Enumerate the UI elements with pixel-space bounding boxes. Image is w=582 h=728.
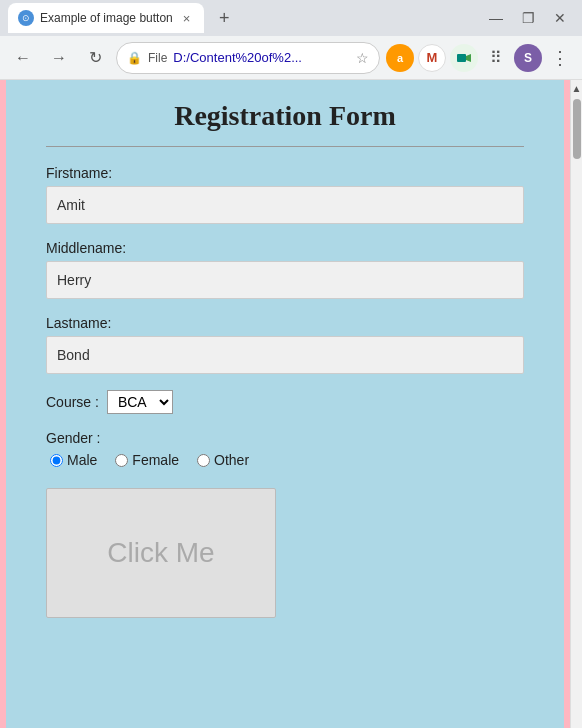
image-button-label: Click Me: [107, 537, 214, 569]
tab-close-button[interactable]: ×: [179, 9, 195, 28]
meet-icon[interactable]: [450, 44, 478, 72]
maximize-button[interactable]: ❐: [514, 4, 542, 32]
refresh-button[interactable]: ↻: [80, 43, 110, 73]
form-divider: [46, 146, 524, 147]
tab-favicon: ⊙: [18, 10, 34, 26]
url-text: D:/Content%20of%2...: [173, 50, 350, 65]
lastname-input[interactable]: [46, 336, 524, 374]
scroll-up-arrow[interactable]: ▲: [569, 80, 582, 97]
image-button[interactable]: Click Me: [46, 488, 276, 618]
svg-marker-1: [466, 54, 471, 62]
middlename-field: Middlename:: [46, 240, 524, 299]
gender-female-option[interactable]: Female: [115, 452, 179, 468]
file-label: File: [148, 51, 167, 65]
page-title: Registration Form: [46, 100, 524, 132]
bookmark-icon[interactable]: ☆: [356, 50, 369, 66]
google-apps-icon[interactable]: ⠿: [482, 44, 510, 72]
course-label: Course :: [46, 394, 99, 410]
amazon-icon[interactable]: a: [386, 44, 414, 72]
gender-options: Male Female Other: [46, 452, 524, 468]
lastname-label: Lastname:: [46, 315, 524, 331]
firstname-label: Firstname:: [46, 165, 524, 181]
close-button[interactable]: ✕: [546, 4, 574, 32]
browser-tab[interactable]: ⊙ Example of image button ×: [8, 3, 204, 33]
new-tab-button[interactable]: +: [210, 4, 238, 32]
toolbar-icons: a M ⠿ S ⋮: [386, 44, 574, 72]
back-button[interactable]: ←: [8, 43, 38, 73]
profile-icon[interactable]: S: [514, 44, 542, 72]
browser-toolbar: ← → ↻ 🔒 File D:/Content%20of%2... ☆ a M …: [0, 36, 582, 80]
page-area: Registration Form Firstname: Middlename:…: [0, 80, 570, 728]
minimize-button[interactable]: —: [482, 4, 510, 32]
middlename-input[interactable]: [46, 261, 524, 299]
scroll-thumb[interactable]: [573, 99, 581, 159]
tab-title: Example of image button: [40, 11, 173, 25]
course-row: Course : BCA BCS MCA MBA: [46, 390, 524, 414]
gender-other-radio[interactable]: [197, 454, 210, 467]
forward-button[interactable]: →: [44, 43, 74, 73]
firstname-input[interactable]: [46, 186, 524, 224]
gender-female-label: Female: [132, 452, 179, 468]
browser-content: Registration Form Firstname: Middlename:…: [0, 80, 582, 728]
middlename-label: Middlename:: [46, 240, 524, 256]
svg-rect-0: [457, 54, 466, 62]
gender-label: Gender :: [46, 430, 524, 446]
menu-icon[interactable]: ⋮: [546, 44, 574, 72]
gender-row: Gender : Male Female Other: [46, 430, 524, 468]
scrollbar[interactable]: ▲: [570, 80, 582, 728]
gender-other-label: Other: [214, 452, 249, 468]
course-select[interactable]: BCA BCS MCA MBA: [107, 390, 173, 414]
gender-male-radio[interactable]: [50, 454, 63, 467]
firstname-field: Firstname:: [46, 165, 524, 224]
lock-icon: 🔒: [127, 51, 142, 65]
gender-male-option[interactable]: Male: [50, 452, 97, 468]
gender-male-label: Male: [67, 452, 97, 468]
gender-other-option[interactable]: Other: [197, 452, 249, 468]
address-bar[interactable]: 🔒 File D:/Content%20of%2... ☆: [116, 42, 380, 74]
title-bar: ⊙ Example of image button × + — ❐ ✕: [0, 0, 582, 36]
form-container: Registration Form Firstname: Middlename:…: [30, 100, 540, 618]
window-controls: — ❐ ✕: [482, 4, 574, 32]
gmail-icon[interactable]: M: [418, 44, 446, 72]
lastname-field: Lastname:: [46, 315, 524, 374]
gender-female-radio[interactable]: [115, 454, 128, 467]
